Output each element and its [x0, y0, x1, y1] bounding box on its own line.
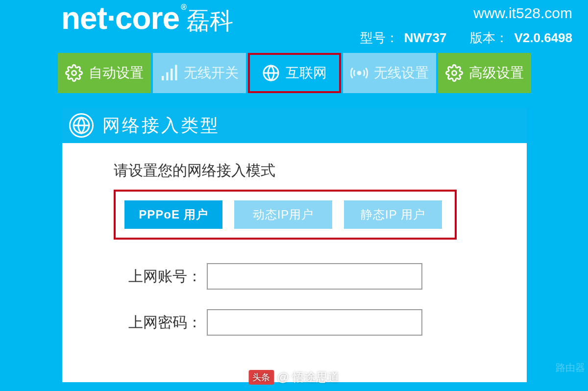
tab-wifi-label: 无线设置	[374, 64, 429, 82]
svg-rect-2	[166, 73, 169, 81]
main-nav: 自动设置 无线开关 互联网 无线设置 高级设置	[58, 53, 531, 93]
svg-rect-3	[171, 69, 173, 80]
brand-register-mark: ®	[181, 3, 186, 12]
panel-header: 网络接入类型	[62, 108, 220, 143]
form-row-password: 上网密码：	[114, 309, 475, 336]
attribution: 头条 @ 悟途思道	[248, 369, 339, 385]
tab-internet-label: 互联网	[286, 64, 327, 82]
version-label: 版本：	[470, 30, 508, 45]
globe-icon	[69, 113, 94, 138]
antenna-icon	[350, 64, 368, 82]
panel-body: 请设置您的网络接入模式 PPPoE 用户 动态IP用户 静态IP 用户 上网账号…	[62, 143, 527, 336]
tab-advanced-label: 高级设置	[469, 64, 524, 82]
account-input[interactable]	[207, 263, 422, 290]
setup-prompt: 请设置您的网络接入模式	[114, 161, 475, 181]
model-info: 型号：NW737	[360, 29, 447, 47]
password-input[interactable]	[207, 309, 422, 336]
connection-type-options: PPPoE 用户 动态IP用户 静态IP 用户	[114, 190, 457, 240]
option-pppoe[interactable]: PPPoE 用户	[124, 200, 222, 229]
model-value: NW737	[404, 30, 447, 45]
main-panel: 网络接入类型 请设置您的网络接入模式 PPPoE 用户 动态IP用户 静态IP …	[62, 108, 527, 382]
tab-wireless-label: 无线开关	[184, 64, 239, 82]
brand-english-text: net·core	[61, 0, 179, 36]
gear-icon	[445, 64, 463, 82]
tab-wireless-switch[interactable]: 无线开关	[153, 53, 246, 93]
brand-logo: net·core ® 磊科	[61, 0, 233, 37]
version-value: V2.0.6498	[514, 30, 572, 45]
tab-auto-setup[interactable]: 自动设置	[58, 53, 151, 93]
gear-icon	[65, 64, 83, 82]
password-label: 上网密码：	[114, 313, 202, 333]
svg-rect-4	[175, 65, 177, 81]
signal-icon	[160, 64, 178, 82]
attribution-badge: 头条	[248, 370, 274, 385]
site-url: www.it528.com	[473, 5, 572, 22]
form-row-account: 上网账号：	[114, 263, 475, 290]
globe-icon	[262, 64, 280, 82]
tab-internet[interactable]: 互联网	[248, 53, 341, 93]
model-label: 型号：	[360, 30, 398, 45]
device-meta: 型号：NW737 版本：V2.0.6498	[360, 29, 572, 47]
account-label: 上网账号：	[114, 267, 202, 287]
svg-point-0	[72, 71, 76, 75]
side-watermark: 路由器	[556, 361, 585, 374]
option-static-ip[interactable]: 静态IP 用户	[344, 200, 442, 229]
tab-advanced-settings[interactable]: 高级设置	[438, 53, 531, 93]
pppoe-form: 上网账号： 上网密码：	[114, 263, 475, 336]
tab-wifi-settings[interactable]: 无线设置	[343, 53, 436, 93]
header: net·core ® 磊科 www.it528.com 型号：NW737 版本：…	[0, 0, 588, 47]
svg-point-7	[358, 72, 361, 74]
tab-auto-label: 自动设置	[89, 64, 144, 82]
attribution-handle: @ 悟途思道	[277, 369, 339, 385]
panel-title: 网络接入类型	[102, 114, 220, 138]
option-dynamic-ip[interactable]: 动态IP用户	[234, 200, 332, 229]
svg-point-8	[452, 71, 457, 75]
brand-chinese: 磊科	[186, 5, 233, 37]
brand-english: net·core ®	[61, 0, 179, 36]
version-info: 版本：V2.0.6498	[470, 29, 572, 47]
svg-rect-1	[162, 76, 164, 80]
